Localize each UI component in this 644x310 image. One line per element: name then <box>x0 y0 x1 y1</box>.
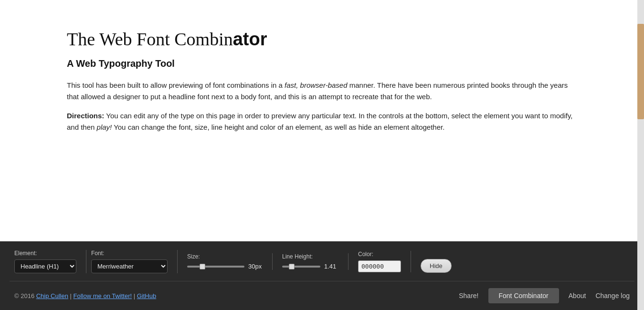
sep2: | <box>132 292 137 300</box>
main-content: The Web Font Combinator A Web Typography… <box>0 0 644 241</box>
lineheight-label: Line Height: <box>282 253 338 260</box>
element-select[interactable]: Headline (H1) Sub-Headline (H2) Body Tex… <box>14 259 76 273</box>
color-group: Color: <box>348 251 411 272</box>
directions-em: play! <box>97 123 112 131</box>
twitter-link[interactable]: Follow me on Twitter! <box>74 292 132 300</box>
copyright: © 2016 Chip Cullen | Follow me on Twitte… <box>14 292 156 300</box>
element-group: Element: Headline (H1) Sub-Headline (H2)… <box>10 250 86 273</box>
controls-row: Element: Headline (H1) Sub-Headline (H2)… <box>10 250 634 281</box>
size-value: 30px <box>248 263 263 270</box>
size-slider[interactable] <box>187 266 244 268</box>
title-text-1: The Web Font Combin <box>67 29 233 49</box>
font-label: Font: <box>91 250 168 257</box>
sep1: | <box>68 292 74 300</box>
share-label: Share! <box>459 292 478 300</box>
hide-button[interactable]: Hide <box>421 259 452 273</box>
scrollbar[interactable] <box>637 0 644 310</box>
lineheight-slider[interactable] <box>282 266 320 268</box>
color-label: Color: <box>358 251 401 258</box>
description-text-1: This tool has been built to allow previe… <box>67 81 285 89</box>
footer-row: © 2016 Chip Cullen | Follow me on Twitte… <box>10 281 634 310</box>
size-row: 30px <box>187 263 263 270</box>
lineheight-group: Line Height: 1.41 <box>273 253 348 270</box>
size-group: Size: 30px <box>178 253 273 270</box>
footer-nav: Share! Font Combinator About Change log <box>459 288 630 303</box>
description-paragraph: This tool has been built to allow previe… <box>67 80 573 103</box>
share-button[interactable]: Font Combinator <box>488 288 559 303</box>
toolbar: Element: Headline (H1) Sub-Headline (H2)… <box>0 241 644 310</box>
github-link[interactable]: GitHub <box>137 292 156 300</box>
lineheight-row: 1.41 <box>282 263 338 270</box>
changelog-link[interactable]: Change log <box>595 292 630 300</box>
author-link[interactable]: Chip Cullen <box>36 292 68 300</box>
directions-paragraph: Directions: You can edit any of the type… <box>67 110 573 133</box>
scroll-thumb[interactable] <box>637 24 644 119</box>
lineheight-value: 1.41 <box>324 263 338 270</box>
color-input[interactable] <box>358 260 401 272</box>
copyright-text: © 2016 <box>14 292 36 300</box>
element-label: Element: <box>14 250 76 257</box>
directions-end: You can change the font, size, line heig… <box>112 123 444 131</box>
hide-group: Hide <box>411 250 461 273</box>
subtitle: A Web Typography Tool <box>67 58 577 69</box>
font-select[interactable]: Merriweather Georgia Arial Times New Rom… <box>91 259 168 273</box>
page-title: The Web Font Combinator <box>67 29 577 51</box>
description-em: fast, browser-based <box>285 81 347 89</box>
font-group: Font: Merriweather Georgia Arial Times N… <box>86 250 178 273</box>
title-strong: ator <box>233 29 267 49</box>
about-link[interactable]: About <box>569 292 586 300</box>
size-label: Size: <box>187 253 263 260</box>
directions-label: Directions: <box>67 112 104 120</box>
